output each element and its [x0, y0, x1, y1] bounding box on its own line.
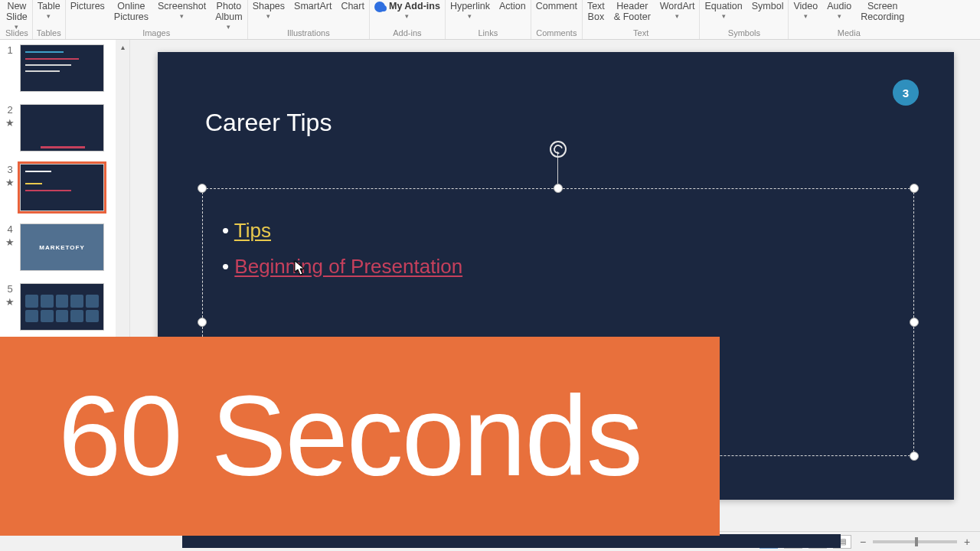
thumbnail-row[interactable]: 3★ — [5, 164, 129, 211]
ribbon-group-symbols: Equation▾SymbolSymbols — [700, 0, 789, 39]
ribbon-table-button[interactable]: Table▾ — [34, 2, 64, 21]
slide-title[interactable]: Career Tips — [205, 109, 332, 137]
thumbnail-row[interactable]: 5★ — [5, 283, 129, 331]
thumbnail-number: 1 — [7, 44, 12, 56]
ribbon-online-button[interactable]: OnlinePictures — [111, 2, 152, 23]
ribbon-group-label: Slides — [5, 29, 28, 37]
thumbnail-row[interactable]: 2★ — [5, 104, 129, 152]
resize-handle[interactable] — [910, 318, 919, 327]
ribbon-group-add-ins: My Add-ins▾Add-ins — [370, 0, 446, 39]
ribbon-new-button[interactable]: NewSlide▾ — [3, 2, 31, 31]
ribbon-group-label: Tables — [37, 29, 61, 37]
ribbon-group-label: Images — [142, 29, 170, 37]
resize-handle[interactable] — [910, 452, 919, 461]
ribbon-group-text: TextBoxHeader& FooterWordArt▾Text — [583, 0, 701, 39]
animation-star-icon: ★ — [5, 178, 15, 187]
thumbnail-row[interactable]: 4★MARKETOFY — [5, 223, 129, 271]
zoom-control[interactable]: − + — [858, 536, 972, 548]
ribbon-pictures-button[interactable]: Pictures — [67, 2, 108, 12]
notes-strip — [182, 534, 841, 548]
thumbnail-number: 3 — [7, 164, 12, 175]
ribbon-group-images: PicturesOnlinePicturesScreenshot▾PhotoAl… — [66, 0, 248, 39]
ribbon-chart-button[interactable]: Chart — [338, 2, 368, 12]
zoom-slider[interactable] — [873, 540, 957, 543]
ribbon-screen-button[interactable]: ScreenRecording — [858, 2, 907, 23]
ribbon-action-button[interactable]: Action — [496, 2, 529, 12]
ribbon-group-label: Media — [838, 29, 861, 37]
hyperlink-beginning[interactable]: Beginning of Presentation — [234, 255, 462, 278]
ribbon-group-media: Video▾Audio▾ScreenRecordingMedia — [789, 0, 909, 39]
ribbon-group-tables: Table▾Tables — [33, 0, 66, 39]
sixty-seconds-banner: 60 Seconds — [0, 337, 720, 536]
thumbnail-number: 5 — [7, 283, 12, 295]
resize-handle[interactable] — [198, 184, 207, 193]
slide-thumbnail[interactable] — [20, 283, 104, 331]
ribbon-screenshot-button[interactable]: Screenshot▾ — [155, 2, 209, 21]
ribbon: NewSlide▾SlidesTable▾TablesPicturesOnlin… — [0, 0, 980, 40]
ribbon-group-comments: CommentComments — [531, 0, 583, 39]
animation-star-icon: ★ — [5, 237, 15, 247]
bullet-list[interactable]: Tips Beginning of Presentation — [222, 213, 894, 285]
ribbon-group-label: Links — [478, 29, 498, 37]
hyperlink-tips[interactable]: Tips — [234, 219, 271, 242]
ribbon-group-illustrations: Shapes▾SmartArtChartIllustrations — [248, 0, 370, 39]
ribbon-hyperlink-button[interactable]: Hyperlink▾ — [447, 2, 493, 21]
ribbon-group-label: Add-ins — [393, 29, 421, 37]
ribbon-wordart-button[interactable]: WordArt▾ — [657, 2, 698, 21]
resize-handle[interactable] — [198, 318, 207, 327]
thumbnail-number: 4 — [7, 223, 12, 235]
ribbon-equation-button[interactable]: Equation▾ — [701, 2, 745, 21]
ribbon-symbol-button[interactable]: Symbol — [749, 2, 787, 12]
resize-handle[interactable] — [910, 184, 919, 193]
ribbon-video-button[interactable]: Video▾ — [790, 2, 821, 21]
slide-thumbnail[interactable] — [20, 44, 104, 92]
ribbon-my-add-ins-button[interactable]: My Add-ins▾ — [371, 2, 443, 21]
slide-thumbnail[interactable]: MARKETOFY — [20, 223, 104, 271]
ribbon-text-button[interactable]: TextBox — [584, 2, 608, 23]
thumbnail-row[interactable]: 1 — [5, 44, 129, 92]
slide-thumbnail[interactable] — [20, 164, 104, 211]
ribbon-group-label: Symbols — [728, 29, 760, 37]
ribbon-group-slides: NewSlide▾Slides — [2, 0, 33, 39]
ribbon-smartart-button[interactable]: SmartArt — [291, 2, 335, 12]
scroll-up-icon[interactable]: ▴ — [116, 40, 129, 54]
ribbon-header-button[interactable]: Header& Footer — [611, 2, 654, 23]
animation-star-icon: ★ — [5, 118, 15, 128]
ribbon-group-label: Illustrations — [287, 29, 330, 37]
ribbon-group-label: Text — [633, 29, 648, 37]
animation-star-icon: ★ — [5, 297, 15, 307]
ribbon-audio-button[interactable]: Audio▾ — [824, 2, 854, 21]
resize-handle[interactable] — [554, 184, 563, 193]
slide-number-badge: 3 — [893, 80, 919, 106]
rotate-handle-icon[interactable] — [550, 141, 567, 158]
ribbon-group-links: Hyperlink▾ActionLinks — [446, 0, 531, 39]
zoom-out-button[interactable]: − — [858, 536, 868, 548]
zoom-in-button[interactable]: + — [962, 536, 972, 548]
ribbon-group-label: Comments — [536, 29, 577, 37]
thumbnail-number: 2 — [7, 104, 12, 116]
ribbon-comment-button[interactable]: Comment — [533, 2, 580, 12]
ribbon-shapes-button[interactable]: Shapes▾ — [250, 2, 288, 21]
slide-thumbnail[interactable] — [20, 104, 104, 152]
ribbon-photo-button[interactable]: PhotoAlbum▾ — [212, 2, 245, 31]
